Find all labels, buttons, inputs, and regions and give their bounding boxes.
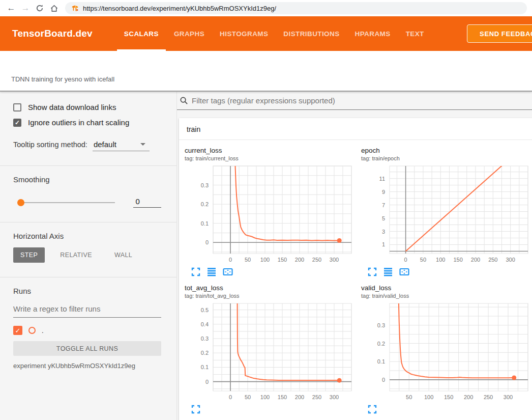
url-text: https://tensorboard.dev/experiment/yKUbh… bbox=[83, 5, 276, 12]
svg-text:3: 3 bbox=[382, 229, 385, 235]
svg-text:250: 250 bbox=[484, 394, 493, 400]
forward-icon[interactable]: → bbox=[19, 2, 32, 14]
svg-text:0: 0 bbox=[205, 239, 209, 245]
tab-graphs[interactable]: GRAPHS bbox=[174, 16, 204, 51]
svg-text:200: 200 bbox=[464, 394, 473, 400]
svg-text:7: 7 bbox=[382, 202, 385, 208]
svg-text:250: 250 bbox=[488, 257, 497, 263]
divider bbox=[0, 222, 176, 222]
svg-text:300: 300 bbox=[330, 257, 339, 263]
svg-text:9: 9 bbox=[382, 189, 385, 195]
home-icon[interactable] bbox=[48, 2, 60, 14]
svg-text:250: 250 bbox=[312, 394, 321, 400]
ignore-outliers-checkbox[interactable]: ✓ Ignore outliers in chart scaling bbox=[13, 118, 161, 127]
fit-domain-icon[interactable] bbox=[223, 267, 233, 276]
line-chart-current-loss[interactable]: 00.10.20.3050100150200250300 bbox=[185, 164, 353, 265]
axis-wall-button[interactable]: WALL bbox=[107, 247, 139, 263]
settings-sidebar: Show data download links ✓ Ignore outlie… bbox=[0, 92, 177, 420]
expand-chart-icon[interactable] bbox=[368, 267, 377, 276]
chart-tag: tag: train/valid_loss bbox=[361, 293, 530, 299]
runs-regex-input[interactable] bbox=[13, 303, 161, 318]
svg-text:50: 50 bbox=[245, 257, 251, 263]
svg-text:0: 0 bbox=[229, 257, 232, 263]
svg-text:0.1: 0.1 bbox=[377, 358, 385, 365]
send-feedback-button[interactable]: SEND FEEDBACK bbox=[467, 24, 532, 43]
chart-tag: tag: train/current_loss bbox=[185, 155, 353, 161]
tag-filter-input[interactable] bbox=[192, 96, 532, 105]
smoothing-slider[interactable] bbox=[17, 199, 115, 206]
svg-text:50: 50 bbox=[420, 257, 426, 263]
train-section-card: train current_loss tag: train/current_lo… bbox=[179, 118, 532, 420]
line-chart-valid-loss[interactable]: 00.10.20.350100150200250300 bbox=[361, 302, 530, 403]
slider-thumb[interactable] bbox=[17, 199, 24, 206]
tooltip-sorting-dropdown[interactable]: default bbox=[93, 140, 150, 151]
experiment-id-label: experiment yKUbhb5wRmOSXYkId1z9eg bbox=[13, 362, 161, 370]
svg-text:150: 150 bbox=[453, 257, 462, 263]
show-download-links-checkbox[interactable]: Show data download links bbox=[13, 103, 161, 111]
experiment-subheader: TDNN training for yesno with icefall bbox=[0, 51, 532, 92]
chart-current-loss: current_loss tag: train/current_loss 00.… bbox=[185, 147, 353, 276]
back-icon[interactable]: ← bbox=[5, 2, 17, 14]
chart-title: tot_avg_loss bbox=[185, 284, 353, 292]
svg-text:0.3: 0.3 bbox=[377, 322, 385, 328]
reload-icon[interactable] bbox=[34, 2, 46, 14]
tab-scalars[interactable]: SCALARS bbox=[124, 16, 159, 51]
chart-tag: tag: train/epoch bbox=[361, 155, 530, 161]
expand-chart-icon[interactable] bbox=[368, 405, 377, 414]
tab-distributions[interactable]: DISTRIBUTIONS bbox=[283, 16, 339, 51]
tab-text[interactable]: TEXT bbox=[406, 16, 424, 51]
tensorboard-logo: TensorBoard.dev bbox=[12, 28, 93, 39]
tab-histograms[interactable]: HISTOGRAMS bbox=[220, 16, 268, 51]
experiment-title: TDNN training for yesno with icefall bbox=[11, 75, 532, 83]
line-chart-tot-avg-loss[interactable]: 00.10.20.30.40.5050100150200250300 bbox=[185, 302, 353, 403]
svg-text:100: 100 bbox=[260, 394, 270, 400]
svg-text:0.5: 0.5 bbox=[201, 307, 209, 313]
svg-text:0: 0 bbox=[205, 379, 209, 385]
fit-domain-icon[interactable] bbox=[399, 267, 409, 276]
svg-text:100: 100 bbox=[424, 394, 433, 400]
expand-chart-icon[interactable] bbox=[191, 267, 200, 276]
svg-text:100: 100 bbox=[436, 257, 445, 263]
toggle-all-runs-button[interactable]: TOGGLE ALL RUNS bbox=[13, 341, 161, 356]
line-chart-epoch[interactable]: 1357911050100150200250300 bbox=[361, 164, 530, 265]
svg-text:0: 0 bbox=[404, 257, 407, 263]
log-scale-y-icon[interactable] bbox=[383, 267, 393, 276]
axis-relative-button[interactable]: RELATIVE bbox=[53, 247, 99, 263]
svg-text:0.2: 0.2 bbox=[201, 350, 209, 356]
search-icon bbox=[180, 96, 188, 105]
svg-text:0.3: 0.3 bbox=[201, 335, 209, 342]
svg-text:0.2: 0.2 bbox=[377, 341, 385, 347]
checkbox-unchecked-icon bbox=[13, 103, 21, 111]
run-color-circle-icon[interactable] bbox=[28, 327, 36, 334]
smoothing-value-input[interactable]: 0 bbox=[133, 197, 161, 208]
address-bar[interactable]: https://tensorboard.dev/experiment/yKUbh… bbox=[65, 2, 527, 14]
section-header-train[interactable]: train bbox=[179, 118, 532, 140]
tab-hparams[interactable]: HPARAMS bbox=[355, 16, 391, 51]
chevron-down-icon bbox=[140, 143, 145, 146]
svg-text:100: 100 bbox=[260, 257, 270, 263]
chart-valid-loss: valid_loss tag: train/valid_loss 00.10.2… bbox=[361, 284, 530, 414]
svg-text:200: 200 bbox=[295, 257, 304, 263]
chart-title: current_loss bbox=[185, 147, 353, 154]
charts-grid: current_loss tag: train/current_loss 00.… bbox=[179, 140, 532, 414]
svg-text:1: 1 bbox=[382, 241, 385, 247]
svg-text:0.2: 0.2 bbox=[201, 201, 209, 207]
log-scale-y-icon[interactable] bbox=[207, 267, 216, 276]
svg-text:5: 5 bbox=[382, 215, 385, 221]
svg-text:300: 300 bbox=[330, 394, 339, 400]
svg-text:0: 0 bbox=[382, 377, 385, 383]
svg-text:0.1: 0.1 bbox=[201, 364, 209, 370]
run-checkbox-checked-icon[interactable]: ✓ bbox=[13, 326, 22, 335]
svg-text:11: 11 bbox=[379, 176, 385, 182]
divider bbox=[0, 277, 176, 277]
nav-tabs: SCALARS GRAPHS HISTOGRAMS DISTRIBUTIONS … bbox=[124, 16, 424, 51]
tensorboard-favicon bbox=[71, 5, 79, 12]
app-header: TensorBoard.dev SCALARS GRAPHS HISTOGRAM… bbox=[0, 16, 532, 51]
tag-filter-row bbox=[177, 92, 532, 110]
expand-chart-icon[interactable] bbox=[191, 405, 200, 414]
run-item: ✓ . bbox=[13, 326, 161, 335]
svg-text:0.3: 0.3 bbox=[201, 182, 209, 188]
chart-tot-avg-loss: tot_avg_loss tag: train/tot_avg_loss 00.… bbox=[185, 284, 353, 414]
axis-step-button[interactable]: STEP bbox=[13, 247, 45, 263]
svg-text:250: 250 bbox=[312, 257, 321, 263]
